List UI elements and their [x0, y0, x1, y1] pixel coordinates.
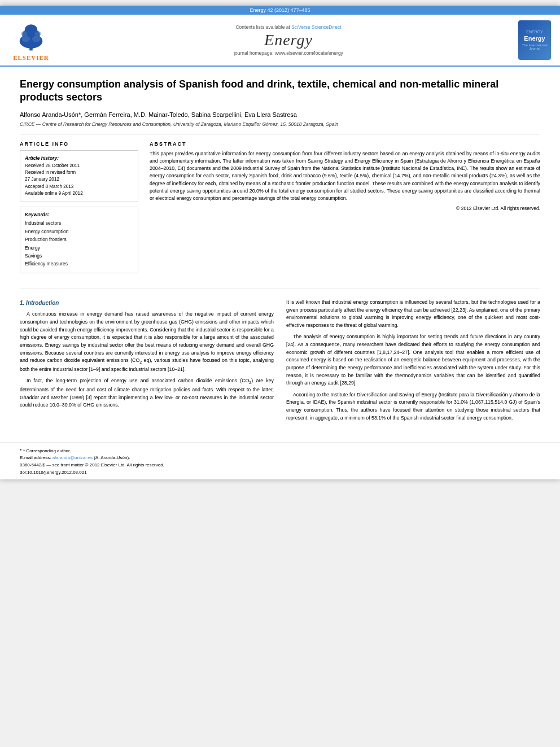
history-label: Article history:	[25, 155, 133, 161]
keywords-box: Keywords: Industrial sectors Energy cons…	[20, 207, 138, 273]
sciverse-link[interactable]: SciVerse ScienceDirect	[291, 24, 341, 30]
affiliation: CIRCE — Centre of Research for Energy Re…	[20, 121, 540, 127]
article-info-label: ARTICLE INFO	[20, 141, 138, 147]
introduction-body: 1. Introduction A continuous increase in…	[20, 299, 540, 426]
email-suffix: (A. Aranda-Usón).	[94, 455, 130, 460]
intro-para-5: According to the Institute for Diversifi…	[286, 391, 540, 422]
intro-para-2: In fact, the long-term projection of ene…	[20, 377, 274, 409]
left-column: ARTICLE INFO Article history: Received 2…	[20, 141, 138, 278]
abstract-label: ABSTRACT	[150, 141, 540, 147]
introduction-section: 1. Introduction A continuous increase in…	[20, 288, 540, 426]
elsevier-tree-icon	[8, 19, 54, 53]
article-footer: * * Corresponding author. E-mail address…	[0, 443, 560, 479]
email-footnote: E-mail address: alaranda@unizar.es (A. A…	[20, 455, 540, 460]
svg-point-6	[21, 31, 27, 36]
corresponding-label: * Corresponding author.	[23, 448, 71, 453]
elsevier-brand: ELSEVIER	[13, 54, 49, 61]
keyword-4: Energy	[25, 244, 133, 252]
copyright: © 2012 Elsevier Ltd. All rights reserved…	[150, 206, 540, 211]
badge-top-text: ENERGY	[526, 30, 543, 34]
revised-label: Received in revised form	[25, 169, 133, 176]
intro-left-col: 1. Introduction A continuous increase in…	[20, 299, 274, 426]
keyword-5: Savings	[25, 252, 133, 260]
badge-title: Energy	[524, 35, 545, 42]
badge-subtitle: The InternationalJournal	[522, 43, 547, 50]
svg-point-4	[21, 36, 30, 42]
keywords-label: Keywords:	[25, 212, 133, 217]
svg-point-7	[34, 31, 41, 36]
page: Energy 42 (2012) 477–485 ELSEVIER	[0, 6, 560, 479]
keyword-6: Efficiency measures	[25, 260, 133, 268]
keyword-2: Energy consumption	[25, 228, 133, 235]
elsevier-logo: ELSEVIER	[6, 19, 56, 61]
keywords-list: Industrial sectors Energy consumption Pr…	[25, 219, 133, 268]
section-1-heading: 1. Introduction	[20, 299, 274, 308]
email-label: E-mail address:	[20, 455, 51, 460]
keyword-1: Industrial sectors	[25, 219, 133, 227]
journal-title: Energy	[62, 31, 515, 49]
energy-badge: ENERGY Energy The InternationalJournal	[518, 20, 551, 60]
revised-date: 27 January 2012	[25, 176, 133, 183]
intro-para-1: A continuous increase in energy demand h…	[20, 311, 274, 373]
journal-citation-bar: Energy 42 (2012) 477–485	[0, 6, 560, 15]
intro-para-3: It is well known that industrial energy …	[286, 299, 540, 330]
authors: Alfonso Aranda-Usón*, Germán Ferreira, M…	[20, 111, 540, 118]
abstract-text: This paper provides quantitative informa…	[150, 150, 540, 202]
received-date: Received 28 October 2011	[25, 163, 133, 169]
intro-right-col: It is well known that industrial energy …	[286, 299, 540, 426]
doi-line: doi:10.1016/j.energy.2012.03.021	[20, 470, 540, 475]
sciverse-line: Contents lists available at SciVerse Sci…	[62, 24, 515, 30]
article-info-abstract-section: ARTICLE INFO Article history: Received 2…	[20, 141, 540, 278]
svg-point-5	[32, 36, 41, 42]
journal-citation: Energy 42 (2012) 477–485	[250, 7, 310, 13]
keyword-3: Production frontiers	[25, 235, 133, 243]
right-column: ABSTRACT This paper provides quantitativ…	[150, 141, 540, 278]
journal-homepage: journal homepage: www.elsevier.com/locat…	[62, 50, 515, 56]
article-content: Energy consumption analysis of Spanish f…	[0, 67, 560, 437]
online-date: Available online 9 April 2012	[25, 190, 133, 197]
journal-center: Contents lists available at SciVerse Sci…	[62, 24, 515, 56]
energy-badge-container: ENERGY Energy The InternationalJournal	[515, 20, 554, 60]
corresponding-footnote: * * Corresponding author.	[20, 448, 540, 453]
article-title: Energy consumption analysis of Spanish f…	[20, 78, 540, 104]
divider	[20, 134, 540, 134]
email-address: alaranda@unizar.es	[53, 455, 93, 460]
issn-line: 0360-5442/$ — see front matter © 2012 El…	[20, 462, 540, 468]
journal-header: ELSEVIER Contents lists available at Sci…	[0, 15, 560, 67]
article-info-box: Article history: Received 28 October 201…	[20, 150, 138, 202]
intro-para-4: The analysis of energy consumption is hi…	[286, 333, 540, 387]
accepted-date: Accepted 8 March 2012	[25, 184, 133, 190]
